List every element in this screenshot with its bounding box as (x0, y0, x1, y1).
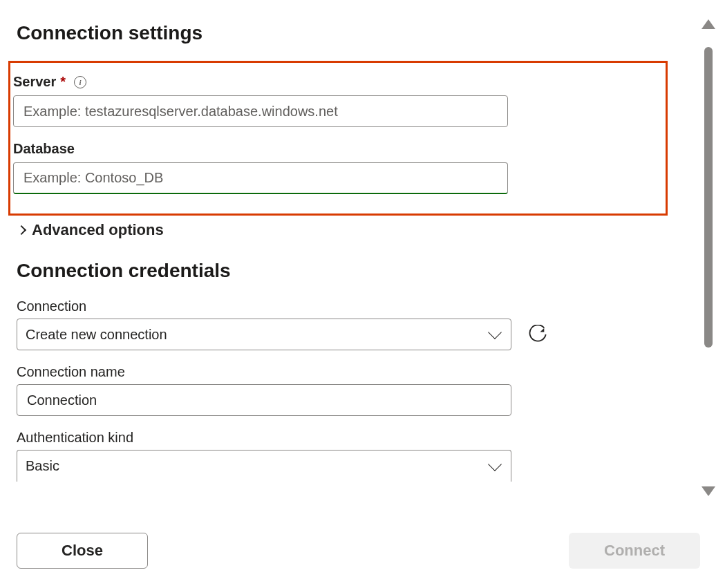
advanced-options-label: Advanced options (32, 221, 164, 239)
advanced-options-expander[interactable]: Advanced options (18, 221, 668, 239)
scroll-down-icon[interactable] (702, 486, 715, 496)
server-label: Server (13, 74, 56, 90)
auth-select[interactable]: Basic (17, 450, 511, 482)
close-button[interactable]: Close (17, 533, 148, 569)
server-field-group: Server * i (13, 74, 657, 127)
database-field-group: Database (13, 141, 657, 194)
auth-select-value: Basic (26, 458, 59, 474)
server-input-wrap (13, 95, 508, 127)
chevron-down-icon (488, 457, 502, 471)
scroll-up-icon[interactable] (702, 19, 715, 29)
connection-select-value: Create new connection (26, 327, 167, 343)
vertical-scrollbar[interactable] (700, 19, 717, 496)
connection-settings-title: Connection settings (17, 22, 668, 44)
required-indicator: * (60, 74, 66, 90)
connection-credentials-title: Connection credentials (17, 260, 668, 282)
scroll-thumb[interactable] (704, 47, 713, 348)
server-input[interactable] (22, 103, 499, 120)
database-input[interactable] (22, 169, 499, 187)
chevron-right-icon (17, 225, 26, 235)
connection-label: Connection (17, 298, 668, 314)
database-label: Database (13, 141, 75, 157)
settings-highlight-region: Server * i Database (8, 61, 668, 216)
connection-field-group: Connection Create new connection (17, 298, 668, 350)
connection-name-input[interactable] (26, 392, 502, 409)
auth-label: Authentication kind (17, 430, 668, 446)
auth-field-group: Authentication kind Basic (17, 430, 668, 482)
dialog-footer: Close Connect (17, 533, 700, 569)
refresh-icon[interactable] (528, 325, 547, 344)
connection-name-label: Connection name (17, 364, 668, 380)
database-input-wrap (13, 162, 508, 194)
info-icon[interactable]: i (74, 76, 86, 88)
connect-button: Connect (569, 533, 700, 569)
connection-name-input-wrap (17, 384, 511, 416)
connection-select[interactable]: Create new connection (17, 319, 511, 350)
connection-name-field-group: Connection name (17, 364, 668, 416)
chevron-down-icon (488, 325, 502, 339)
